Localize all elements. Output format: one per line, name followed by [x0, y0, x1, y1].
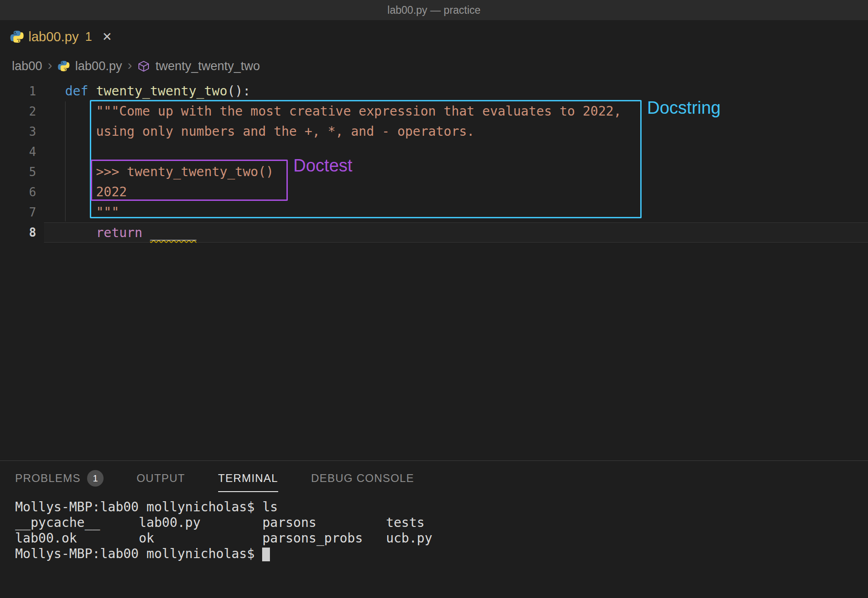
- code-text: """Come up with the most creative expres…: [44, 101, 868, 122]
- code-lines: 1def twenty_twenty_two():2 """Come up wi…: [0, 81, 868, 243]
- terminal-line: Mollys-MBP:lab00 mollynicholas$: [15, 546, 868, 562]
- vscode-window: lab00.py — practice lab00.py 1 ✕ lab00 ›…: [0, 0, 868, 598]
- tab-warning-count: 1: [85, 30, 92, 44]
- breadcrumb-item-file[interactable]: lab00.py: [75, 59, 122, 73]
- terminal-line: __pycache__ lab00.py parsons tests: [15, 515, 868, 531]
- breadcrumb-item-folder[interactable]: lab00: [12, 59, 42, 73]
- tab-bar: lab00.py 1 ✕: [0, 20, 868, 53]
- terminal-line: Mollys-MBP:lab00 mollynicholas$ ls: [15, 499, 868, 515]
- breadcrumb-separator: ›: [48, 58, 52, 74]
- terminal-output[interactable]: Mollys-MBP:lab00 mollynicholas$ ls__pyca…: [0, 496, 868, 562]
- panel-tab-problems[interactable]: PROBLEMS1: [15, 461, 104, 496]
- code-text: [44, 142, 868, 162]
- panel-tab-terminal[interactable]: TERMINAL: [218, 461, 278, 496]
- symbol-cube-icon: [137, 60, 150, 72]
- bottom-panel: PROBLEMS1OUTPUTTERMINALDEBUG CONSOLE Mol…: [0, 460, 868, 598]
- code-text: return ______: [44, 222, 868, 243]
- line-number: 7: [0, 202, 44, 222]
- code-line[interactable]: 5 >>> twenty_twenty_two(): [0, 162, 868, 182]
- python-icon: [58, 60, 70, 72]
- terminal-line: lab00.ok ok parsons_probs ucb.py: [15, 531, 868, 546]
- panel-tab-output[interactable]: OUTPUT: [137, 461, 185, 496]
- tab-lab00py[interactable]: lab00.py 1 ✕: [0, 20, 131, 53]
- code-line[interactable]: 8 return ______: [0, 222, 868, 243]
- code-line[interactable]: 2 """Come up with the most creative expr…: [0, 101, 868, 122]
- line-number: 4: [0, 142, 44, 162]
- code-line[interactable]: 3 using only numbers and the +, *, and -…: [0, 122, 868, 142]
- code-line[interactable]: 1def twenty_twenty_two():: [0, 81, 868, 101]
- breadcrumb-item-symbol[interactable]: twenty_twenty_two: [155, 59, 260, 73]
- panel-tab-label: PROBLEMS: [15, 472, 81, 485]
- panel-tab-label: DEBUG CONSOLE: [311, 472, 414, 485]
- code-line[interactable]: 4: [0, 142, 868, 162]
- terminal-cursor: [262, 548, 270, 561]
- panel-tab-label: OUTPUT: [137, 472, 185, 485]
- code-text: def twenty_twenty_two():: [44, 81, 868, 101]
- problems-count-badge: 1: [87, 470, 104, 487]
- code-line[interactable]: 7 """: [0, 202, 868, 222]
- indent-guide: [65, 101, 66, 221]
- titlebar: lab00.py — practice: [0, 0, 868, 20]
- code-text: 2022: [44, 182, 868, 202]
- line-number: 5: [0, 162, 44, 182]
- window-title: lab00.py — practice: [387, 4, 480, 17]
- code-text: """: [44, 202, 868, 222]
- line-number: 6: [0, 182, 44, 202]
- line-number: 2: [0, 101, 44, 122]
- python-icon: [10, 30, 24, 44]
- breadcrumb: lab00 › lab00.py › twenty_twenty_two: [0, 53, 868, 79]
- panel-tabs: PROBLEMS1OUTPUTTERMINALDEBUG CONSOLE: [0, 461, 868, 496]
- tab-label: lab00.py: [28, 29, 79, 44]
- tab-close-icon[interactable]: ✕: [102, 30, 112, 44]
- line-number: 1: [0, 81, 44, 101]
- editor[interactable]: 1def twenty_twenty_two():2 """Come up wi…: [0, 79, 868, 460]
- code-line[interactable]: 6 2022: [0, 182, 868, 202]
- code-text: >>> twenty_twenty_two(): [44, 162, 868, 182]
- code-text: using only numbers and the +, *, and - o…: [44, 122, 868, 142]
- line-number: 8: [0, 222, 44, 243]
- panel-tab-debug-console[interactable]: DEBUG CONSOLE: [311, 461, 414, 496]
- breadcrumb-separator: ›: [127, 58, 132, 74]
- panel-tab-label: TERMINAL: [218, 472, 278, 485]
- line-number: 3: [0, 122, 44, 142]
